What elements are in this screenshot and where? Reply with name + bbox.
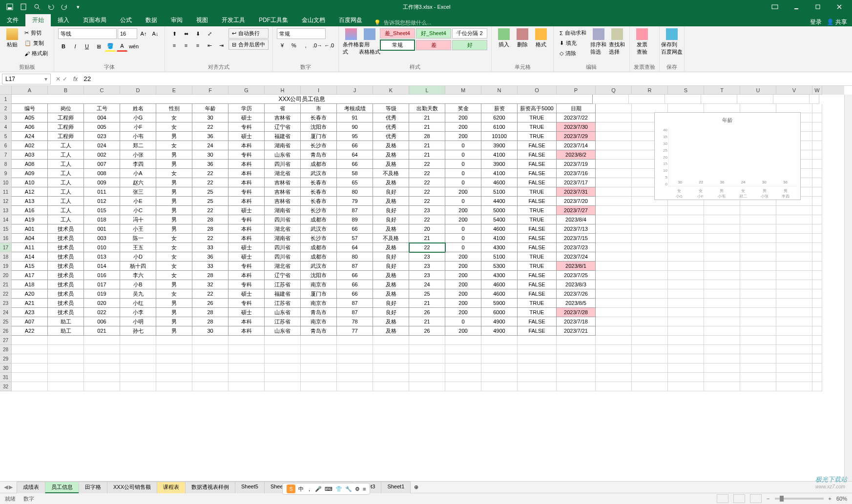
cell-M19[interactable]: 200 xyxy=(445,262,481,271)
cell-A21[interactable]: A18 xyxy=(12,280,48,289)
cell-G31[interactable] xyxy=(229,373,265,382)
cell-A19[interactable]: A15 xyxy=(12,262,48,271)
cell-C2[interactable]: 工号 xyxy=(84,104,120,113)
save-icon[interactable] xyxy=(5,2,15,12)
formula-input[interactable] xyxy=(81,74,852,84)
cell-C12[interactable]: 012 xyxy=(84,197,120,206)
cell-J5[interactable]: 95 xyxy=(337,132,373,141)
cell-I26[interactable]: 青岛市 xyxy=(301,326,337,336)
cell-M5[interactable]: 200 xyxy=(445,132,481,141)
cell-R16[interactable] xyxy=(632,234,668,243)
cell-F10[interactable]: 22 xyxy=(192,178,229,187)
cell-L12[interactable]: 22 xyxy=(409,197,445,206)
cell-P32[interactable] xyxy=(557,382,596,391)
cell-G14[interactable]: 专科 xyxy=(229,215,265,224)
col-header-K[interactable]: K xyxy=(373,86,409,95)
zoom-out-icon[interactable]: − xyxy=(767,496,769,502)
cell-E23[interactable]: 男 xyxy=(156,299,192,308)
cell-M10[interactable]: 0 xyxy=(445,178,481,187)
cell-F9[interactable]: 22 xyxy=(192,169,229,178)
cell-L15[interactable]: 20 xyxy=(409,224,445,234)
cell-O27[interactable] xyxy=(518,336,557,345)
cell-C29[interactable] xyxy=(84,354,120,363)
row-header-8[interactable]: 8 xyxy=(0,160,12,169)
cell-T29[interactable] xyxy=(704,354,740,363)
cell-H19[interactable]: 湖北省 xyxy=(265,262,301,271)
cell-D10[interactable]: 赵六 xyxy=(120,178,156,187)
border-icon[interactable]: ⊞ xyxy=(93,41,104,52)
cell-W18[interactable] xyxy=(812,252,822,262)
format-painter-button[interactable]: 🖌格式刷 xyxy=(22,49,50,58)
cell-N8[interactable]: 3900 xyxy=(481,160,518,169)
cell-V23[interactable] xyxy=(776,299,812,308)
minimize-icon[interactable] xyxy=(787,1,806,13)
cell-I20[interactable]: 沈阳市 xyxy=(301,271,337,280)
cell-M17[interactable]: 0 xyxy=(445,243,481,252)
cell-I5[interactable]: 厦门市 xyxy=(301,132,337,141)
cell-R20[interactable] xyxy=(632,271,668,280)
cell-T26[interactable] xyxy=(704,326,740,336)
cell-S17[interactable] xyxy=(668,243,704,252)
cell-A22[interactable]: A20 xyxy=(12,289,48,299)
cell-W3[interactable] xyxy=(812,113,822,122)
cell-M29[interactable] xyxy=(445,354,481,363)
cell-S26[interactable] xyxy=(668,326,704,336)
cell-J30[interactable] xyxy=(337,363,373,373)
col-header-G[interactable]: G xyxy=(229,86,265,95)
cell-A18[interactable]: A14 xyxy=(12,252,48,262)
cell-N7[interactable]: 4100 xyxy=(481,150,518,160)
cell-O29[interactable] xyxy=(518,354,557,363)
cell-I25[interactable]: 南京市 xyxy=(301,317,337,326)
cell-U23[interactable] xyxy=(740,299,776,308)
cell-E32[interactable] xyxy=(156,382,192,391)
cell-K24[interactable]: 良好 xyxy=(373,308,409,317)
cell-K8[interactable]: 及格 xyxy=(373,160,409,169)
cell-U21[interactable] xyxy=(740,280,776,289)
cell-W1[interactable] xyxy=(810,95,819,104)
row-header-14[interactable]: 14 xyxy=(0,215,12,224)
cell-H29[interactable] xyxy=(265,354,301,363)
cell-K23[interactable]: 良好 xyxy=(373,299,409,308)
cell-I29[interactable] xyxy=(301,354,337,363)
cell-E4[interactable]: 女 xyxy=(156,122,192,132)
row-header-21[interactable]: 21 xyxy=(0,280,12,289)
cell-M12[interactable]: 0 xyxy=(445,197,481,206)
cell-T18[interactable] xyxy=(704,252,740,262)
cell-E9[interactable]: 女 xyxy=(156,169,192,178)
cell-A17[interactable]: A11 xyxy=(12,243,48,252)
cell-I12[interactable]: 长春市 xyxy=(301,197,337,206)
cell-T22[interactable] xyxy=(704,289,740,299)
format-cell-button[interactable]: 格式 xyxy=(533,28,549,62)
cell-W20[interactable] xyxy=(812,271,822,280)
menu-tab-2[interactable]: 页面布局 xyxy=(76,14,113,26)
cell-B21[interactable]: 技术员 xyxy=(48,280,84,289)
row-header-6[interactable]: 6 xyxy=(0,141,12,150)
cell-L8[interactable]: 22 xyxy=(409,160,445,169)
cell-A14[interactable]: A19 xyxy=(12,215,48,224)
cell-B12[interactable]: 工人 xyxy=(48,197,84,206)
cell-G23[interactable]: 专科 xyxy=(229,299,265,308)
cell-R31[interactable] xyxy=(632,373,668,382)
row-header-13[interactable]: 13 xyxy=(0,206,12,215)
cell-H27[interactable] xyxy=(265,336,301,345)
doc-icon[interactable] xyxy=(19,2,28,12)
row-header-20[interactable]: 20 xyxy=(0,271,12,280)
cell-G18[interactable]: 硕士 xyxy=(229,252,265,262)
cell-L7[interactable]: 21 xyxy=(409,150,445,160)
col-header-I[interactable]: I xyxy=(301,86,337,95)
cell-R29[interactable] xyxy=(632,354,668,363)
col-header-R[interactable]: R xyxy=(632,86,668,95)
cell-M20[interactable]: 200 xyxy=(445,271,481,280)
cell-Q4[interactable] xyxy=(596,122,632,132)
menu-tab-10[interactable]: 百度网盘 xyxy=(332,14,369,26)
cell-H16[interactable]: 湖南省 xyxy=(265,234,301,243)
sheet-tab-3[interactable]: XXX公司销售额 xyxy=(107,482,157,493)
cell-J19[interactable]: 87 xyxy=(337,262,373,271)
cell-J31[interactable] xyxy=(337,373,373,382)
cell-D7[interactable]: 小张 xyxy=(120,150,156,160)
cell-F19[interactable]: 33 xyxy=(192,262,229,271)
cell-I4[interactable]: 沈阳市 xyxy=(301,122,337,132)
cell-T14[interactable] xyxy=(704,215,740,224)
cell-P25[interactable]: 2023/7/18 xyxy=(557,317,596,326)
cell-I17[interactable]: 成都市 xyxy=(301,243,337,252)
